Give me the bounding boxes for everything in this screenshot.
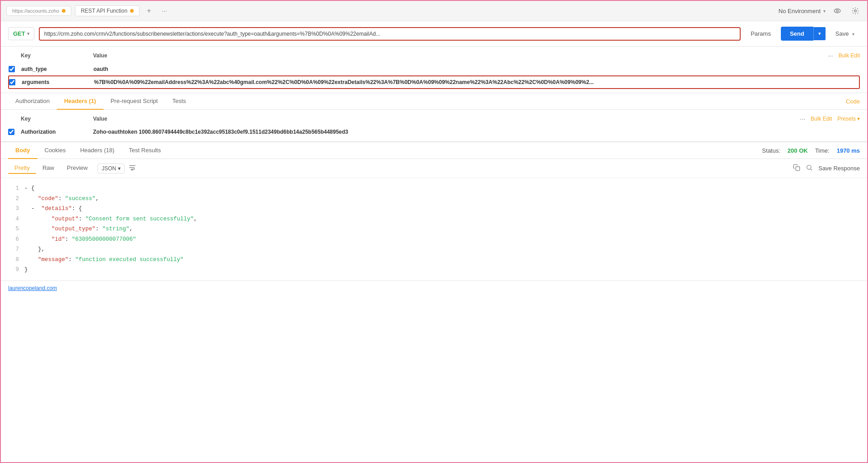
response-tab-test-results-label: Test Results — [129, 147, 161, 154]
search-icon[interactable] — [806, 164, 813, 173]
code-line-5: 5 "output_type": "string", — [10, 224, 858, 234]
key-col-header: Key — [21, 52, 93, 59]
headers-presets-button[interactable]: Presets ▾ — [837, 116, 860, 122]
code-line-7: 7 }, — [10, 244, 858, 255]
code-line-4: 4 "output": "Consent form sent successfu… — [10, 214, 858, 224]
line-content-6: "id": "63095000000077006" — [24, 234, 858, 245]
tab-tests[interactable]: Tests — [165, 93, 193, 110]
param-row: auth_type oauth — [8, 63, 860, 75]
copy-icon[interactable] — [793, 164, 800, 173]
params-table: Key Value ··· Bulk Edit auth_type oauth … — [1, 47, 867, 93]
request-tab[interactable]: REST API Function — [75, 5, 140, 16]
code-line-1: 1 - { — [10, 183, 858, 194]
status-value: 200 OK — [788, 147, 808, 154]
line-content-5: "output_type": "string", — [24, 224, 858, 234]
json-format-chevron-icon: ▾ — [118, 165, 121, 172]
tab-url-text: https://accounts.zoho — [12, 8, 59, 14]
line-num-9: 9 — [10, 265, 19, 275]
response-section: Body Cookies Headers (18) Test Results S… — [1, 142, 867, 281]
params-header-actions: ··· Bulk Edit — [828, 52, 860, 59]
line-num-7: 7 — [10, 244, 19, 255]
header-value-col: Value — [93, 116, 800, 122]
eye-icon-button[interactable] — [831, 5, 844, 17]
tab-bar-right: No Environment ▾ — [779, 5, 862, 17]
json-format-selector[interactable]: JSON ▾ — [98, 164, 125, 173]
wrap-icon[interactable] — [128, 164, 136, 173]
method-selector[interactable]: GET ▾ — [8, 27, 34, 40]
param-checkbox-input-1[interactable] — [9, 66, 15, 72]
headers-table-header: Key Value ··· Bulk Edit Presets ▾ — [8, 113, 860, 124]
tab-authorization-label: Authorization — [15, 98, 50, 104]
save-button[interactable]: Save ▾ — [830, 28, 860, 40]
param-value-1: oauth — [93, 66, 859, 72]
response-tab-body[interactable]: Body — [8, 142, 37, 159]
footer: laurencopeland.com — [1, 281, 867, 295]
line-num-4: 4 — [10, 214, 19, 224]
params-more-icon[interactable]: ··· — [828, 52, 833, 59]
view-tab-preview-label: Preview — [67, 164, 88, 171]
save-response-button[interactable]: Save Response — [818, 165, 860, 172]
line-content-3: - "details": { — [24, 204, 858, 214]
code-line-2: 2 "code": "success", — [10, 194, 858, 204]
more-tabs-button[interactable]: ··· — [158, 5, 171, 16]
headers-more-icon[interactable]: ··· — [800, 115, 805, 122]
view-tab-pretty[interactable]: Pretty — [8, 163, 36, 174]
line-content-2: "code": "success", — [24, 194, 858, 204]
settings-icon-button[interactable] — [849, 5, 862, 17]
presets-label: Presets — [837, 116, 856, 122]
json-format-label: JSON — [102, 165, 116, 172]
response-view-tabs: Pretty Raw Preview JSON ▾ — [1, 159, 867, 178]
presets-chevron-icon: ▾ — [857, 116, 860, 122]
url-text: https://crm.zoho.com/crm/v2/functions/su… — [44, 31, 380, 37]
response-tab-headers[interactable]: Headers (18) — [73, 142, 121, 159]
url-input[interactable]: https://crm.zoho.com/crm/v2/functions/su… — [39, 27, 741, 41]
svg-point-1 — [836, 10, 839, 12]
send-button[interactable]: Send — [781, 27, 813, 41]
code-link[interactable]: Code — [846, 98, 860, 105]
tab-headers-label: Headers (1) — [64, 98, 96, 104]
header-checkbox-1[interactable] — [8, 129, 21, 135]
save-chevron-icon: ▾ — [852, 32, 854, 37]
response-tab-cookies[interactable]: Cookies — [37, 142, 73, 159]
param-checkbox-1[interactable] — [9, 66, 21, 72]
new-tab-button[interactable]: + — [143, 5, 154, 17]
param-checkbox-2[interactable] — [9, 79, 22, 85]
env-label: No Environment — [779, 8, 821, 14]
request-tabs-nav: Authorization Headers (1) Pre-request Sc… — [1, 93, 867, 110]
env-selector[interactable]: No Environment ▾ — [779, 8, 826, 14]
line-num-1: 1 — [10, 183, 19, 194]
tab-prerequest-label: Pre-request Script — [111, 98, 158, 104]
header-checkbox-input-1[interactable] — [8, 129, 14, 135]
response-tab-test-results[interactable]: Test Results — [121, 142, 168, 159]
view-tab-pretty-label: Pretty — [14, 164, 30, 171]
params-bulk-edit-button[interactable]: Bulk Edit — [839, 52, 860, 59]
view-tab-preview[interactable]: Preview — [61, 163, 94, 174]
time-value: 1970 ms — [837, 147, 860, 154]
line-num-2: 2 — [10, 194, 19, 204]
line-num-5: 5 — [10, 224, 19, 234]
svg-point-0 — [834, 9, 840, 13]
params-table-header: Key Value ··· Bulk Edit — [8, 50, 860, 61]
request-tab-dot — [130, 9, 134, 13]
line-content-9: } — [24, 265, 858, 275]
tab-dot-icon — [62, 9, 65, 13]
tab-headers[interactable]: Headers (1) — [57, 93, 103, 110]
response-tabs: Body Cookies Headers (18) Test Results S… — [1, 142, 867, 159]
line-content-8: "message": "function executed successful… — [24, 255, 858, 265]
view-tab-raw[interactable]: Raw — [36, 163, 61, 174]
code-line-9: 9 } — [10, 265, 858, 275]
tab-nav-right: Code — [846, 98, 860, 105]
chevron-down-icon: ▾ — [823, 9, 826, 14]
tab-tests-label: Tests — [172, 98, 186, 104]
param-checkbox-input-2[interactable] — [9, 79, 15, 85]
headers-bulk-edit-button[interactable]: Bulk Edit — [811, 116, 832, 122]
send-dropdown-button[interactable]: ▾ — [813, 27, 826, 40]
param-key-1: auth_type — [21, 66, 93, 72]
send-button-group: Send ▾ — [781, 27, 826, 41]
url-tab[interactable]: https://accounts.zoho — [6, 6, 71, 16]
response-meta: Status: 200 OK Time: 1970 ms — [762, 147, 860, 154]
params-button[interactable]: Params — [745, 28, 776, 40]
footer-link[interactable]: laurencopeland.com — [8, 285, 57, 291]
tab-prerequest[interactable]: Pre-request Script — [103, 93, 165, 110]
tab-authorization[interactable]: Authorization — [8, 93, 57, 110]
